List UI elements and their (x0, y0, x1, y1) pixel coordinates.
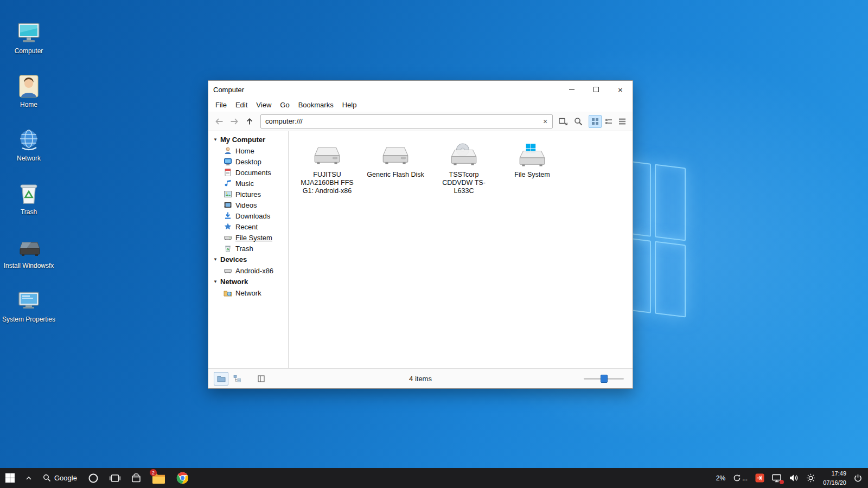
taskbar-search[interactable]: Google (37, 468, 82, 488)
volume-tray-icon[interactable] (786, 468, 802, 488)
sidebar-item-trash[interactable]: Trash (208, 243, 288, 254)
sidebar-section-label: Devices (220, 255, 247, 264)
minimize-icon (569, 89, 575, 90)
file-list-area[interactable]: FUJITSU MJA2160BH FFS G1: Android-x86 Ge… (289, 131, 633, 368)
up-button[interactable] (242, 114, 257, 129)
show-folders-button[interactable] (214, 372, 228, 386)
forward-icon (230, 118, 239, 125)
forward-button[interactable] (227, 114, 241, 129)
sidebar-item-file-system[interactable]: File System (208, 232, 288, 243)
clock-time: 17:49 (831, 470, 846, 477)
wallpaper-logo-pane (655, 164, 686, 241)
address-bar[interactable]: computer:/// × (260, 114, 553, 129)
sidebar-item-recent[interactable]: Recent (208, 221, 288, 232)
hdd-icon (311, 143, 343, 169)
chevron-down-icon[interactable]: ▼ (213, 279, 220, 284)
file-item-generic-flash-disk[interactable]: Generic Flash Disk (361, 143, 430, 179)
desktop: Computer Home Network Trash (0, 0, 868, 488)
sync-indicator[interactable]: ... (729, 468, 751, 488)
sidebar-item-android-x86[interactable]: Android-x86 (208, 265, 288, 276)
menu-bookmarks[interactable]: Bookmarks (294, 99, 338, 111)
file-item-fujitsu-drive[interactable]: FUJITSU MJA2160BH FFS G1: Android-x86 (293, 143, 361, 195)
sidebar-item-desktop[interactable]: Desktop (208, 156, 288, 167)
remote-app-tray-icon[interactable] (751, 468, 768, 488)
sidebar-item-documents[interactable]: Documents (208, 167, 288, 178)
chevron-down-icon[interactable]: ▼ (213, 257, 220, 262)
battery-percent-label: 2% (716, 474, 725, 482)
sidebar-section-my-computer[interactable]: ▼ My Computer (208, 134, 288, 145)
detail-view-button[interactable] (616, 115, 629, 128)
system-properties-icon (16, 288, 42, 314)
show-tree-button[interactable] (230, 372, 245, 386)
file-manager-taskbar-button[interactable]: 2 (146, 468, 171, 488)
desktop-icon-trash[interactable]: Trash (3, 181, 54, 216)
desktop-icon-home[interactable]: Home (3, 73, 54, 108)
address-input[interactable]: computer:/// (261, 117, 538, 125)
sidebar-item-label: Downloads (235, 212, 270, 220)
search-button[interactable] (571, 114, 585, 129)
file-item-tsstcorp-dvd[interactable]: TSSTcorp CDDVDW TS-L633C (430, 143, 498, 195)
desktop-icon-system-properties[interactable]: System Properties (3, 288, 54, 323)
sidebar-item-label: Music (235, 179, 254, 188)
desktop-icon-computer[interactable]: Computer (3, 20, 54, 55)
chrome-taskbar-button[interactable] (171, 468, 194, 488)
ring-icon (88, 473, 99, 484)
minimize-button[interactable] (559, 81, 584, 98)
desktop-icon-install-windowsfx[interactable]: Install Windowsfx (3, 234, 54, 269)
desktop-icon-label: Trash (21, 208, 37, 216)
menu-view[interactable]: View (252, 99, 276, 111)
sidebar-item-downloads[interactable]: Downloads (208, 210, 288, 221)
sidebar-item-network[interactable]: Network (208, 287, 288, 298)
compact-view-button[interactable] (602, 115, 615, 128)
battery-indicator[interactable]: 2% (712, 468, 729, 488)
folder-pane-icon (217, 375, 226, 382)
close-button[interactable]: × (608, 81, 633, 98)
menu-file[interactable]: File (211, 99, 231, 111)
back-button[interactable] (212, 114, 226, 129)
close-icon: × (618, 86, 623, 94)
sidebar-item-videos[interactable]: Videos (208, 200, 288, 210)
zoom-slider-thumb[interactable] (601, 375, 608, 383)
maximize-button[interactable] (584, 81, 608, 98)
task-view-icon (110, 474, 120, 483)
sidebar-section-devices[interactable]: ▼ Devices (208, 254, 288, 265)
side-pane-toggle-button[interactable] (255, 372, 267, 386)
taskbar-clock[interactable]: 17:49 07/16/20 (819, 468, 850, 488)
speaker-icon (789, 474, 799, 482)
menu-edit[interactable]: Edit (231, 99, 252, 111)
sidebar-item-home[interactable]: Home (208, 145, 288, 156)
new-tab-button[interactable] (557, 114, 570, 129)
menu-help[interactable]: Help (338, 99, 361, 111)
sidebar: ▼ My Computer Home Desktop Documents (208, 131, 289, 368)
zoom-slider-track[interactable] (584, 378, 624, 380)
network-small-icon (224, 288, 232, 297)
drive-icon (224, 233, 232, 242)
display-status-tray-icon[interactable] (768, 468, 786, 488)
clear-address-icon[interactable]: × (538, 117, 552, 126)
tree-pane-icon (233, 375, 242, 382)
window-controls: × (559, 81, 633, 98)
desktop-icon-network[interactable]: Network (3, 127, 54, 162)
file-item-file-system[interactable]: File System (498, 143, 566, 179)
sidebar-item-music[interactable]: Music (208, 178, 288, 189)
sidebar-section-network[interactable]: ▼ Network (208, 276, 288, 287)
file-manager-window: Computer × File Edit View Go Bookmarks H… (208, 80, 633, 389)
start-button[interactable] (0, 468, 20, 488)
sidebar-item-pictures[interactable]: Pictures (208, 189, 288, 200)
network-globe-icon (16, 127, 42, 153)
documents-icon (224, 168, 232, 177)
show-hidden-icons-button[interactable] (20, 468, 37, 488)
chevron-down-icon[interactable]: ▼ (213, 137, 220, 142)
assistant-button[interactable] (82, 468, 104, 488)
trash-small-icon (224, 244, 232, 253)
title-bar[interactable]: Computer × (208, 81, 633, 98)
menu-bar: File Edit View Go Bookmarks Help (208, 98, 633, 112)
error-badge (780, 480, 784, 484)
power-button[interactable] (850, 468, 866, 488)
icon-view-button[interactable] (589, 115, 602, 128)
brightness-tray-icon[interactable] (802, 468, 819, 488)
task-view-button[interactable] (104, 468, 126, 488)
zoom-slider[interactable] (584, 378, 627, 380)
menu-go[interactable]: Go (276, 99, 293, 111)
store-button[interactable] (126, 468, 146, 488)
